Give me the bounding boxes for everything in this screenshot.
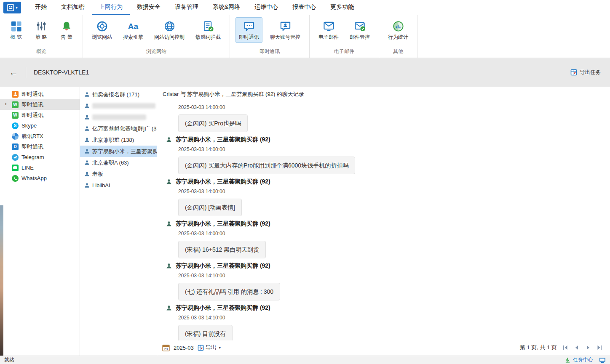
ribbon-button-label: 网站访问控制 (154, 34, 185, 41)
person-icon (84, 160, 90, 165)
telegram-icon (12, 154, 19, 161)
menu-tab-start[interactable]: 开始 (28, 0, 54, 15)
policy-sliders-icon (35, 20, 48, 32)
ribbon-group-label: 其他 (385, 47, 412, 58)
instant-messaging-icon (243, 20, 255, 32)
group-list-item[interactable]: 拍卖会报名群 (171) (80, 89, 157, 100)
menu-tab-more[interactable]: 更多功能 (323, 0, 361, 15)
last-page-icon[interactable] (597, 345, 602, 351)
prev-page-icon[interactable] (574, 345, 580, 351)
skype-icon: S (12, 122, 19, 129)
chevron-right-icon[interactable]: › (5, 100, 7, 107)
person-icon (84, 137, 90, 143)
sidebar-item-label: LINE (21, 165, 34, 171)
ribbon-button-label: 聊天账号管控 (270, 34, 300, 41)
sidebar-item-whatsapp[interactable]: WhatsApp (0, 173, 80, 183)
redacted-text (92, 114, 146, 120)
sidebar-item-wechat[interactable]: › W 即时通讯 (0, 99, 80, 110)
message-timestamp: 2025-03-03 14:00:00 (178, 231, 610, 237)
message-timestamp: 2025-03-03 14:10:00 (178, 273, 610, 279)
group-item-label: 老板 (92, 170, 103, 178)
ribbon-group-label: 即时通讯 (235, 47, 304, 58)
group-item-label: 苏宁易购小米，三星荟聚购... (92, 148, 157, 155)
download-arrow-icon (565, 357, 570, 363)
ribbon-button-browse-website[interactable]: 浏览网站 (88, 17, 115, 43)
menu-tab-internet-behavior[interactable]: 上网行为 (92, 0, 130, 15)
chat-account-control-icon (279, 20, 292, 32)
ribbon-button-policy[interactable]: 策 略 (31, 17, 52, 43)
browse-website-icon (96, 20, 108, 32)
export-button[interactable]: 导出 ▼ (198, 344, 222, 351)
export-task-button[interactable]: 导出任务 (570, 69, 601, 76)
group-item-label: 拍卖会报名群 (171) (92, 91, 139, 98)
person-icon (84, 126, 90, 131)
group-list-item[interactable]: LiblibAI (80, 180, 157, 191)
message-sender: 苏宁易购小米，三星荟聚购买群 (92) (176, 178, 270, 186)
sidebar-item-label: 即时通讯 (21, 112, 43, 119)
wechat-icon: W (12, 101, 19, 108)
person-icon (166, 179, 172, 185)
sidebar-item-line[interactable]: LINE (0, 162, 80, 173)
menu-tab-data-security[interactable]: 数据安全 (130, 0, 168, 15)
next-page-icon[interactable] (585, 345, 591, 351)
ribbon-button-email[interactable]: 电子邮件 (315, 17, 342, 43)
ribbon-button-chat-account-control[interactable]: 聊天账号管控 (267, 17, 304, 43)
message-sender: 苏宁易购小米，三星荟聚购买群 (92) (176, 220, 270, 228)
sidebar-item-label: 即时通讯 (21, 143, 43, 151)
message-bubble: (金闪闪) [动画表情] (178, 199, 242, 216)
group-list-item[interactable]: 北京兼职A (63) (80, 157, 157, 168)
ribbon-button-instant-messaging[interactable]: 即时通讯 (235, 17, 262, 43)
ribbon-button-sensitive-word-block[interactable]: 敏感词拦截 (192, 17, 224, 43)
group-list-item-selected[interactable]: 苏宁易购小米，三星荟聚购... (80, 146, 157, 157)
ribbon-button-email-control[interactable]: 邮件管控 (346, 17, 373, 43)
menu-tab-device-mgmt[interactable]: 设备管理 (168, 0, 206, 15)
message-sender: 苏宁易购小米，三星荟聚购买群 (92) (176, 304, 270, 312)
ribbon-button-overview[interactable]: 概 览 (5, 17, 27, 43)
person-icon (166, 263, 172, 269)
menu-tab-ops-center[interactable]: 运维中心 (247, 0, 285, 15)
wechat-work-icon: W (12, 112, 19, 119)
sidebar-item-dingtalk[interactable]: D 即时通讯 (0, 141, 80, 152)
sidebar-item-skype[interactable]: S Skype (0, 120, 80, 131)
message-bubble: (宋福) 目前没有 (178, 325, 233, 340)
sidebar-item-im-orange[interactable]: 即时通讯 (0, 89, 80, 99)
task-center-button[interactable]: 任务中心 (573, 356, 593, 364)
menu-tab-doc-encrypt[interactable]: 文档加密 (54, 0, 92, 15)
group-item-label: LiblibAI (92, 182, 110, 189)
group-list-item[interactable]: 老板 (80, 168, 157, 180)
menu-tab-report-center[interactable]: 报表中心 (285, 0, 323, 15)
redacted-text (92, 103, 155, 109)
person-icon (166, 305, 172, 311)
person-icon (84, 183, 90, 188)
group-list-item-redacted[interactable] (80, 100, 157, 112)
dingtalk-icon: D (12, 143, 19, 150)
ribbon-button-website-access-control[interactable]: 网站访问控制 (151, 17, 188, 43)
chat-record-panel: Cristar 与 苏宁易购小米，三星荟聚购买群 (92) 的聊天记录 2025… (157, 87, 610, 356)
group-list-item[interactable]: 北京兼职群 (138) (80, 134, 157, 146)
menu-tab-system-network[interactable]: 系统&网络 (206, 0, 247, 15)
sidebar-item-wechat-work[interactable]: W 即时通讯 (0, 110, 80, 120)
group-list-item[interactable]: 亿万富翁孵化基地[群]广 (3... (80, 123, 157, 134)
month-selector[interactable]: 2025-03 (174, 345, 194, 351)
group-list-item-redacted[interactable] (80, 112, 157, 123)
chat-message: 苏宁易购小米，三星荟聚购买群 (92) 2025-03-03 14:10:00 … (166, 304, 610, 340)
ribbon-button-search-engine[interactable]: Aa 搜索引擎 (120, 17, 147, 43)
ribbon-button-behavior-stats[interactable]: 行为统计 (385, 17, 412, 43)
person-icon (166, 221, 172, 227)
chat-group-list: 拍卖会报名群 (171) 亿万富翁孵化基地[群]广 (3... 北京兼职群 (1… (80, 87, 157, 356)
sidebar-item-label: 腾讯RTX (21, 133, 43, 140)
task-window-icon[interactable] (599, 357, 606, 363)
app-logo-button[interactable]: ▾ (3, 2, 21, 13)
back-arrow-button[interactable]: ← (9, 67, 18, 77)
sidebar-item-telegram[interactable]: Telegram (0, 152, 80, 162)
first-page-icon[interactable] (562, 345, 568, 351)
chat-message: 苏宁易购小米，三星荟聚购买群 (92) 2025-03-03 14:10:00 … (166, 262, 610, 300)
sidebar-item-tencent-rtx[interactable]: 腾讯RTX (0, 131, 80, 141)
calendar-icon[interactable]: 23 (162, 344, 170, 351)
chat-message: 苏宁易购小米，三星荟聚购买群 (92) 2025-03-03 14:00:00 … (166, 178, 610, 216)
ribbon-group-other: 行为统计 其他 (379, 15, 417, 58)
im-app-sidebar: 即时通讯 › W 即时通讯 W 即时通讯 S Skype 腾讯RTX D 即时通… (0, 87, 80, 356)
status-ready-text: 就绪 (4, 356, 14, 364)
ribbon-button-alert[interactable]: 告 警 (56, 17, 77, 43)
person-icon (84, 149, 90, 154)
